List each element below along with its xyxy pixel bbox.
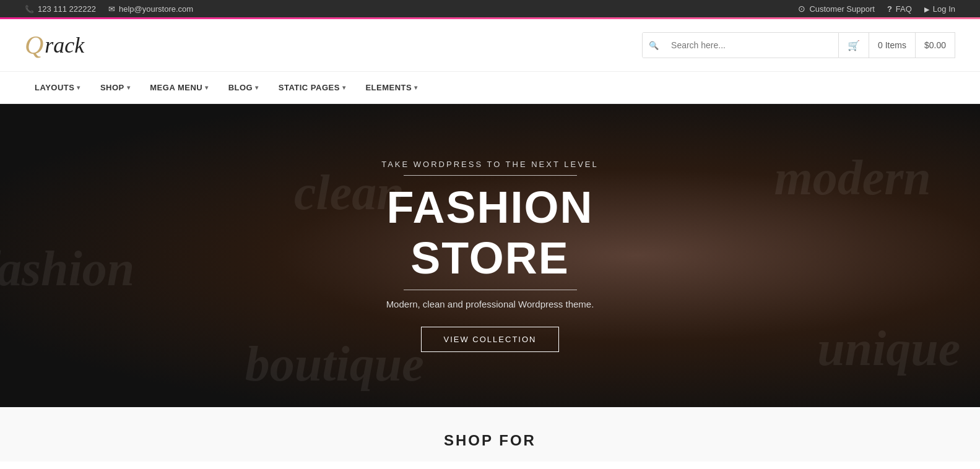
logo-text: rack: [45, 32, 84, 58]
search-icon: [649, 40, 659, 51]
site-header: Q rack 0 Items $0.00: [0, 19, 980, 72]
top-bar-right: Customer Support FAQ Log In: [798, 4, 955, 14]
customer-support-link[interactable]: Customer Support: [798, 4, 875, 14]
hero-content: TAKE WORDPRESS TO THE NEXT LEVEL FASHION…: [305, 160, 676, 352]
shop-for-section: SHOP FOR: [0, 407, 980, 462]
faq-link[interactable]: FAQ: [887, 4, 912, 14]
main-nav: LAYOUTS ▾ SHOP ▾ MEGA MENU ▾ BLOG ▾ STAT…: [0, 72, 980, 104]
top-bar: 123 111 222222 help@yourstore.com Custom…: [0, 0, 980, 17]
support-icon: [798, 4, 805, 14]
search-input[interactable]: [665, 33, 838, 58]
nav-item-blog[interactable]: BLOG ▾: [219, 72, 269, 103]
nav-item-shop[interactable]: SHOP ▾: [90, 72, 140, 103]
email-address: help@yourstore.com: [119, 4, 193, 14]
phone-icon: [25, 4, 34, 14]
hero-divider-top: [404, 175, 577, 176]
nav-item-static-pages[interactable]: STATIC PAGES ▾: [269, 72, 356, 103]
top-bar-left: 123 111 222222 help@yourstore.com: [25, 4, 193, 14]
nav-item-elements[interactable]: ELEMENTS ▾: [355, 72, 427, 103]
hero-subtitle: TAKE WORDPRESS TO THE NEXT LEVEL: [305, 160, 676, 169]
chevron-down-icon: ▾: [205, 84, 209, 91]
site-logo[interactable]: Q rack: [25, 30, 84, 60]
chevron-down-icon: ▾: [414, 84, 418, 91]
hero-divider-bottom: [404, 290, 577, 290]
faq-label: FAQ: [896, 4, 912, 14]
chevron-down-icon: ▾: [255, 84, 259, 91]
phone-item[interactable]: 123 111 222222: [25, 4, 96, 14]
search-box: [642, 32, 839, 58]
hero-section: clean modern fashion unique boutique TAK…: [0, 104, 980, 407]
cart-items-count: 0 Items: [869, 33, 916, 58]
faq-icon: [887, 4, 892, 14]
view-collection-button[interactable]: VIEW COLLECTION: [421, 327, 560, 352]
shop-for-title: SHOP FOR: [25, 432, 955, 449]
email-item[interactable]: help@yourstore.com: [108, 4, 193, 14]
chevron-down-icon: ▾: [342, 84, 346, 91]
logo-q: Q: [25, 30, 43, 60]
phone-number: 123 111 222222: [38, 4, 96, 14]
chevron-down-icon: ▾: [127, 84, 131, 91]
cart-icon: [848, 40, 860, 51]
chevron-down-icon: ▾: [77, 84, 80, 91]
nav-item-layouts[interactable]: LAYOUTS ▾: [25, 72, 90, 103]
header-right: 0 Items $0.00: [642, 32, 955, 58]
cart-total-price: $0.00: [916, 33, 955, 58]
login-icon: [924, 4, 929, 14]
login-label: Log In: [933, 4, 955, 14]
cart-section[interactable]: 0 Items $0.00: [839, 32, 955, 58]
hero-description: Modern, clean and professional Wordpress…: [305, 299, 676, 309]
cart-icon-wrap: [839, 33, 869, 58]
hero-title: FASHION STORE: [305, 182, 676, 283]
email-icon: [108, 4, 115, 14]
search-icon-wrap: [643, 33, 665, 58]
nav-item-mega-menu[interactable]: MEGA MENU ▾: [140, 72, 218, 103]
customer-support-label: Customer Support: [809, 4, 875, 14]
login-link[interactable]: Log In: [924, 4, 955, 14]
